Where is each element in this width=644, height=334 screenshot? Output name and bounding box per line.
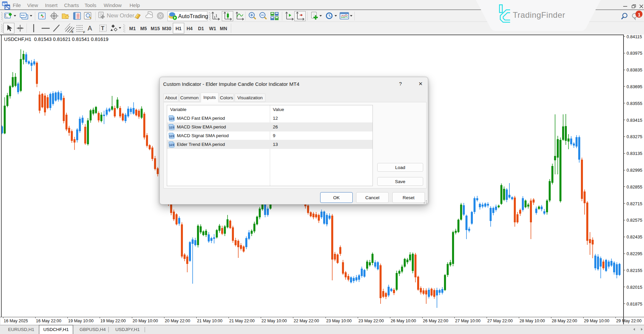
svg-text:TradingFinder: TradingFinder <box>513 10 565 19</box>
svg-text:123: 123 <box>169 126 174 129</box>
svg-text:123: 123 <box>169 143 174 147</box>
svg-text:F: F <box>83 31 85 34</box>
svg-text:M30: M30 <box>162 26 171 31</box>
svg-text:M5: M5 <box>140 26 147 31</box>
svg-text:M15: M15 <box>151 26 160 31</box>
svg-text:E: E <box>71 30 73 34</box>
svg-text:W1: W1 <box>209 26 216 31</box>
svg-text:H4: H4 <box>187 26 193 31</box>
svg-text:AutoTrading: AutoTrading <box>178 13 208 19</box>
svg-text:A: A <box>88 24 92 32</box>
svg-text:M1: M1 <box>129 26 136 31</box>
svg-text:123: 123 <box>169 117 174 120</box>
svg-text:123: 123 <box>169 134 174 138</box>
svg-text:MN: MN <box>220 26 227 31</box>
svg-text:D1: D1 <box>198 26 204 31</box>
svg-text:H1: H1 <box>176 26 182 31</box>
svg-text:T: T <box>101 25 104 31</box>
svg-text:1: 1 <box>638 12 641 17</box>
svg-text:New Order: New Order <box>107 12 135 19</box>
